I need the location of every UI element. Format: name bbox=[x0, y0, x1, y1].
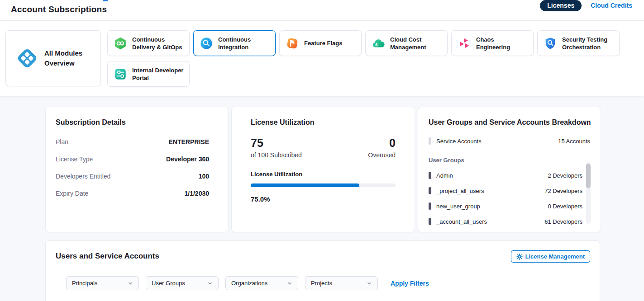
all-modules-overview-card[interactable]: All Modules Overview bbox=[5, 30, 101, 86]
user-group-count: 72 Developers bbox=[544, 188, 582, 194]
subscription-details-title: Subscription Details bbox=[46, 118, 228, 127]
filter-label: User Groups bbox=[152, 280, 185, 287]
all-modules-icon bbox=[16, 47, 38, 70]
tile-feature-flags[interactable]: Feature Flags bbox=[279, 30, 362, 56]
detail-value: 100 bbox=[199, 173, 209, 180]
user-group-name: Admin bbox=[436, 172, 548, 179]
filter-user-groups-select[interactable]: User Groups bbox=[146, 276, 219, 290]
filter-label: Projects bbox=[311, 280, 332, 287]
clipped-icon-fragment bbox=[103, 0, 108, 1]
tile-label: Feature Flags bbox=[304, 39, 343, 47]
detail-row-expiry-date: Expiry Date 1/1/2030 bbox=[46, 190, 228, 197]
content-area: Subscription Details Plan ENTERPRISE Lic… bbox=[0, 96, 644, 301]
all-modules-overview-label: All Modules Overview bbox=[44, 48, 86, 68]
service-accounts-count: 15 Accounts bbox=[558, 138, 590, 145]
summary-cards-row: Subscription Details Plan ENTERPRISE Lic… bbox=[45, 107, 601, 232]
detail-label: License Type bbox=[56, 155, 93, 163]
users-and-service-accounts-card: Users and Service Accounts License Manag… bbox=[45, 240, 600, 301]
utilization-stats: 75 of 100 Subscribed 0 Overused bbox=[251, 137, 396, 159]
tile-label: Continuous Integration bbox=[218, 36, 272, 51]
detail-row-license-type: License Type Developer 360 bbox=[46, 155, 228, 163]
service-accounts-marker-icon bbox=[429, 137, 431, 145]
tile-label: Internal Developer Portal bbox=[132, 66, 186, 82]
module-tiles: Continuous Delivery & GitOps Continuous … bbox=[107, 30, 632, 92]
progress-bar-label: License Utilization bbox=[251, 171, 396, 178]
page-title: Account Subscriptions bbox=[11, 5, 107, 14]
apply-filters-link[interactable]: Apply Filters bbox=[391, 280, 429, 287]
tile-security-testing-orchestration[interactable]: Security Testing Orchestration bbox=[537, 30, 620, 56]
continuous-integration-icon bbox=[200, 37, 213, 50]
header-actions: Licenses Cloud Credits bbox=[540, 0, 632, 11]
user-group-row: new_user_group 0 Developers bbox=[429, 202, 592, 210]
license-management-label: License Management bbox=[525, 253, 585, 260]
cloud-cost-icon: $ bbox=[372, 37, 385, 50]
license-management-button[interactable]: License Management bbox=[511, 250, 591, 263]
detail-value: ENTERPRISE bbox=[169, 138, 209, 146]
tile-cloud-cost-management[interactable]: $ Cloud Cost Management bbox=[365, 30, 448, 56]
user-groups-section-label: User Groups bbox=[429, 157, 592, 164]
tile-label: Cloud Cost Management bbox=[390, 36, 444, 51]
detail-label: Developers Entitled bbox=[56, 173, 110, 180]
used-stat: 75 of 100 Subscribed bbox=[251, 137, 302, 159]
tile-label: Chaos Engineering bbox=[476, 36, 530, 51]
user-group-count: 61 Developers bbox=[544, 218, 582, 225]
user-group-marker-icon bbox=[429, 202, 431, 210]
detail-row-plan: Plan ENTERPRISE bbox=[46, 138, 228, 146]
filter-principals-select[interactable]: Principals bbox=[66, 276, 139, 290]
modules-band: All Modules Overview Continuous Delivery… bbox=[0, 21, 644, 96]
filters-row: Principals User Groups Organizations Pro… bbox=[66, 276, 590, 290]
filter-projects-select[interactable]: Projects bbox=[305, 276, 378, 290]
filter-organizations-select[interactable]: Organizations bbox=[225, 276, 298, 290]
filter-label: Organizations bbox=[231, 280, 267, 287]
subscription-details-card: Subscription Details Plan ENTERPRISE Lic… bbox=[45, 107, 229, 232]
overused-caption: Overused bbox=[368, 151, 396, 159]
detail-value: Developer 360 bbox=[166, 155, 209, 163]
license-progress-fill bbox=[251, 183, 359, 187]
groups-scrollbar[interactable] bbox=[586, 162, 591, 224]
tile-chaos-engineering[interactable]: Chaos Engineering bbox=[451, 30, 534, 56]
service-accounts-label: Service Accounts bbox=[436, 138, 558, 145]
user-group-marker-icon bbox=[429, 218, 431, 225]
licenses-toggle-button[interactable]: Licenses bbox=[540, 0, 582, 11]
security-testing-icon bbox=[544, 37, 557, 50]
used-count: 75 bbox=[251, 137, 302, 149]
license-utilization-card: License Utilization 75 of 100 Subscribed… bbox=[231, 107, 415, 232]
gear-icon bbox=[516, 254, 523, 260]
user-group-row: _project_all_users 72 Developers bbox=[429, 187, 592, 194]
users-section-title: Users and Service Accounts bbox=[56, 252, 590, 261]
overused-stat: 0 Overused bbox=[368, 137, 396, 159]
feature-flags-icon bbox=[286, 37, 299, 50]
tile-continuous-integration[interactable]: Continuous Integration bbox=[193, 30, 276, 56]
chevron-down-icon bbox=[128, 281, 133, 286]
user-group-marker-icon bbox=[429, 187, 431, 194]
filter-label: Principals bbox=[72, 280, 97, 287]
tile-continuous-delivery-gitops[interactable]: Continuous Delivery & GitOps bbox=[107, 30, 190, 56]
user-group-name: _account_all_users bbox=[436, 218, 544, 225]
used-caption: of 100 Subscribed bbox=[251, 151, 302, 159]
chevron-down-icon bbox=[287, 281, 292, 286]
overused-count: 0 bbox=[368, 137, 396, 149]
detail-label: Plan bbox=[56, 138, 68, 146]
user-group-row: Admin 2 Developers bbox=[429, 172, 592, 179]
detail-row-developers-entitled: Developers Entitled 100 bbox=[46, 173, 228, 180]
cloud-credits-link[interactable]: Cloud Credits bbox=[591, 2, 632, 9]
user-group-name: new_user_group bbox=[436, 203, 548, 210]
chaos-engineering-icon bbox=[458, 37, 471, 50]
license-utilization-title: License Utilization bbox=[251, 118, 396, 127]
chevron-down-icon bbox=[367, 281, 372, 286]
user-group-count: 2 Developers bbox=[548, 172, 582, 179]
chevron-down-icon bbox=[207, 281, 213, 286]
utilization-percent: 75.0% bbox=[251, 195, 396, 203]
detail-value: 1/1/2030 bbox=[185, 190, 210, 197]
internal-developer-portal-icon bbox=[114, 67, 127, 81]
groups-scrollbar-thumb[interactable] bbox=[586, 164, 591, 188]
page-header: Account Subscriptions Licenses Cloud Cre… bbox=[0, 0, 644, 21]
user-group-name: _project_all_users bbox=[436, 188, 544, 194]
license-progress-bar bbox=[251, 183, 396, 187]
svg-text:$: $ bbox=[375, 42, 378, 47]
tile-internal-developer-portal[interactable]: Internal Developer Portal bbox=[107, 61, 190, 87]
service-accounts-row: Service Accounts 15 Accounts bbox=[429, 137, 592, 145]
detail-label: Expiry Date bbox=[56, 190, 88, 197]
tile-label: Continuous Delivery & GitOps bbox=[132, 36, 186, 51]
user-group-count: 0 Developers bbox=[548, 203, 582, 210]
